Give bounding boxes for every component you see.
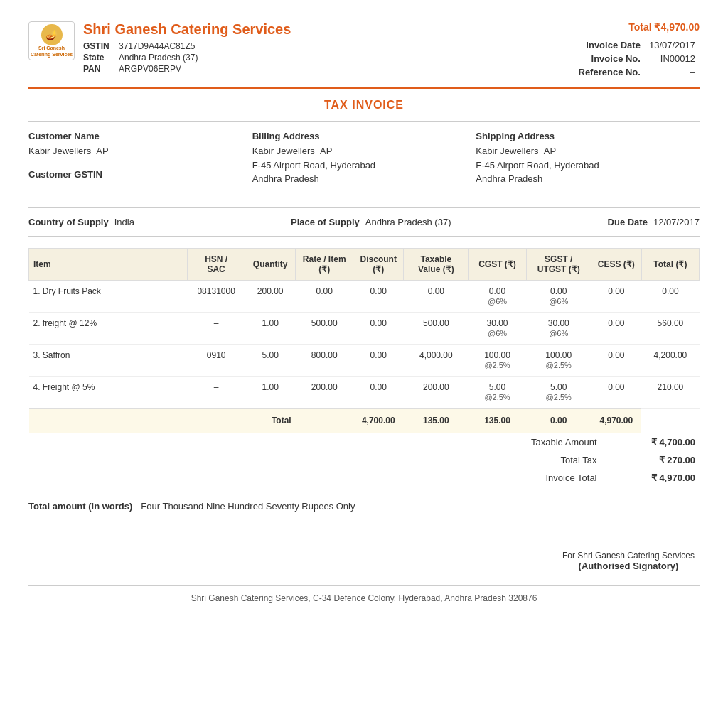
- table-row: 3. Saffron 0910 5.00 800.00 0.00 4,000.0…: [29, 345, 700, 377]
- invoice-title: TAX INVOICE: [28, 99, 700, 112]
- customer-name-label: Customer Name: [28, 131, 252, 141]
- words-value: Four Thousand Nine Hundred Seventy Rupee…: [141, 501, 355, 512]
- signature-for: For Shri Ganesh Catering Services: [557, 551, 700, 561]
- company-name: Shri Ganesh Catering Services: [83, 21, 291, 38]
- col-discount: Discount(₹): [353, 249, 404, 281]
- taxable-amount-row: Taxable Amount ₹ 4,700.00: [28, 433, 700, 451]
- gstin-label: GSTIN: [83, 40, 119, 52]
- item-discount: 0.00: [353, 313, 404, 345]
- table-header-row: Item HSN /SAC Quantity Rate / Item(₹) Di…: [29, 249, 700, 281]
- total-discount: [296, 409, 353, 433]
- item-discount: 0.00: [353, 345, 404, 377]
- invoice-date-value: 13/07/2017: [645, 38, 700, 52]
- col-qty: Quantity: [245, 249, 296, 281]
- invoice-meta-section: Total ₹4,970.00 Invoice Date 13/07/2017 …: [574, 21, 700, 79]
- pan-label: PAN: [83, 63, 119, 75]
- item-hsn: –: [188, 313, 245, 345]
- shipping-label: Shipping Address: [476, 131, 700, 141]
- country-supply: Country of Supply India: [28, 217, 134, 227]
- customer-gstin-label: Customer GSTIN: [28, 169, 252, 180]
- shipping-line2: Andhra Pradesh: [476, 172, 700, 186]
- invoice-no-value: IN00012: [645, 52, 700, 65]
- due-date-value: 12/07/2017: [653, 217, 700, 227]
- item-sgst: 5.00@2.5%: [526, 377, 591, 409]
- item-taxable: 500.00: [404, 313, 469, 345]
- invoice-header: 🪔 Sri GaneshCatering Services Shri Ganes…: [28, 21, 700, 79]
- item-cess: 0.00: [591, 377, 641, 409]
- col-hsn: HSN /SAC: [188, 249, 245, 281]
- item-discount: 0.00: [353, 281, 404, 313]
- total-taxable: 4,700.00: [353, 409, 404, 433]
- table-row: 1. Dry Fruits Pack 08131000 200.00 0.00 …: [29, 281, 700, 313]
- gstin-value: 3717D9A44AC81Z5: [119, 40, 200, 52]
- total-label: Total: [29, 409, 296, 433]
- item-cgst: 0.00@6%: [469, 281, 526, 313]
- item-cess: 0.00: [591, 313, 641, 345]
- invoice-meta: Invoice Date 13/07/2017 Invoice No. IN00…: [574, 38, 700, 79]
- item-name: 2. freight @ 12%: [29, 313, 188, 345]
- company-info: Shri Ganesh Catering Services GSTIN 3717…: [83, 21, 291, 75]
- taxable-amount-value: ₹ 4,700.00: [601, 433, 700, 451]
- items-table: Item HSN /SAC Quantity Rate / Item(₹) Di…: [28, 248, 700, 433]
- billing-name: Kabir Jewellers_AP: [252, 144, 476, 158]
- invoice-total-value: ₹ 4,970.00: [601, 469, 700, 487]
- signature-section: For Shri Ganesh Catering Services (Autho…: [28, 546, 700, 571]
- logo-icon: 🪔: [41, 24, 63, 45]
- item-cgst: 100.00@2.5%: [469, 345, 526, 377]
- item-rate: 0.00: [296, 281, 353, 313]
- shipping-col: Shipping Address Kabir Jewellers_AP F-45…: [476, 131, 700, 196]
- words-label: Total amount (in words): [28, 501, 132, 512]
- item-qty: 5.00: [245, 345, 296, 377]
- company-logo: 🪔 Sri GaneshCatering Services: [28, 21, 75, 60]
- col-rate: Rate / Item(₹): [296, 249, 353, 281]
- item-total: 560.00: [641, 313, 699, 345]
- item-name: 1. Dry Fruits Pack: [29, 281, 188, 313]
- col-taxable: TaxableValue (₹): [404, 249, 469, 281]
- total-sgst: 135.00: [469, 409, 526, 433]
- item-rate: 800.00: [296, 345, 353, 377]
- supply-section: Country of Supply India Place of Supply …: [28, 207, 700, 237]
- words-section: Total amount (in words) Four Thousand Ni…: [28, 495, 700, 517]
- invoice-total-row: Invoice Total ₹ 4,970.00: [28, 469, 700, 487]
- item-taxable: 200.00: [404, 377, 469, 409]
- pan-value: ARGPV06ERPV: [119, 63, 200, 75]
- signature-signatory: (Authorised Signatory): [557, 561, 700, 571]
- item-sgst: 30.00@6%: [526, 313, 591, 345]
- total-cess: 0.00: [526, 409, 591, 433]
- header-divider: [28, 87, 700, 89]
- item-hsn: 0910: [188, 345, 245, 377]
- billing-line1: F-45 Airport Road, Hyderabad: [252, 158, 476, 173]
- country-supply-value: India: [114, 217, 134, 227]
- item-qty: 1.00: [245, 313, 296, 345]
- customer-name-value: Kabir Jewellers_AP: [28, 144, 252, 158]
- total-tax-label: Total Tax: [498, 451, 601, 469]
- invoice-footer: Shri Ganesh Catering Services, C-34 Defe…: [28, 585, 700, 603]
- place-supply-value: Andhra Pradesh (37): [365, 217, 451, 227]
- reference-no-label: Reference No.: [574, 65, 645, 79]
- due-date-label: Due Date: [608, 217, 648, 227]
- item-rate: 500.00: [296, 313, 353, 345]
- col-total: Total (₹): [641, 249, 699, 281]
- country-supply-label: Country of Supply: [28, 217, 109, 227]
- billing-line2: Andhra Pradesh: [252, 172, 476, 186]
- total-cgst: 135.00: [404, 409, 469, 433]
- addresses-section: Customer Name Kabir Jewellers_AP Custome…: [28, 131, 700, 196]
- item-total: 4,200.00: [641, 345, 699, 377]
- state-value: Andhra Pradesh (37): [119, 52, 200, 63]
- footer-text: Shri Ganesh Catering Services, C-34 Defe…: [191, 593, 537, 603]
- item-discount: 0.00: [353, 377, 404, 409]
- item-total: 0.00: [641, 281, 699, 313]
- item-qty: 1.00: [245, 377, 296, 409]
- company-section: 🪔 Sri GaneshCatering Services Shri Ganes…: [28, 21, 291, 75]
- col-cess: CESS (₹): [591, 249, 641, 281]
- item-sgst: 100.00@2.5%: [526, 345, 591, 377]
- customer-col: Customer Name Kabir Jewellers_AP Custome…: [28, 131, 252, 196]
- item-cgst: 30.00@6%: [469, 313, 526, 345]
- signature-box: For Shri Ganesh Catering Services (Autho…: [557, 546, 700, 571]
- totals-row: Total 4,700.00 135.00 135.00 0.00 4,970.…: [29, 409, 700, 433]
- invoice-date-label: Invoice Date: [574, 38, 645, 52]
- item-sgst: 0.00@6%: [526, 281, 591, 313]
- billing-label: Billing Address: [252, 131, 476, 141]
- item-cess: 0.00: [591, 345, 641, 377]
- shipping-line1: F-45 Airport Road, Hyderabad: [476, 158, 700, 173]
